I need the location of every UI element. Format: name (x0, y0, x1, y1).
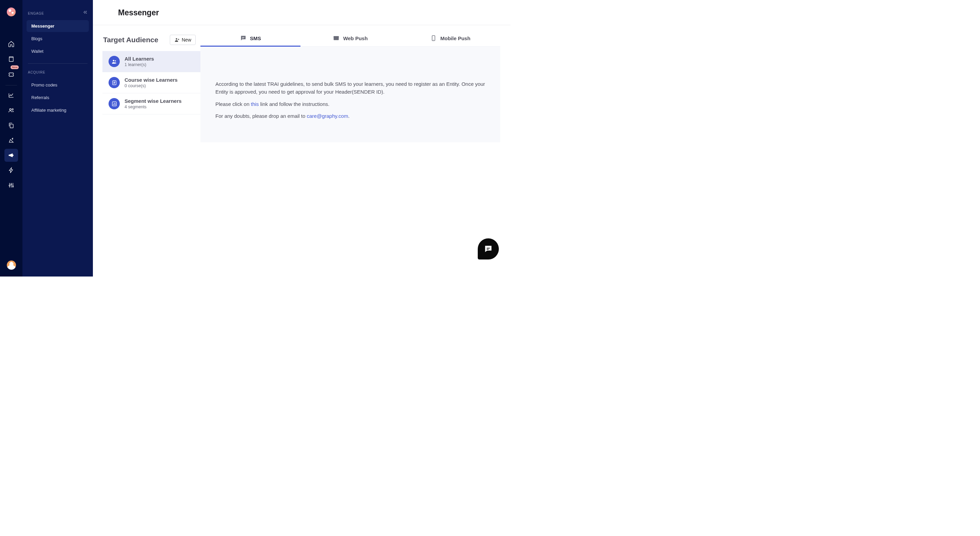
design-icon (8, 137, 14, 144)
new-button-label: New (182, 37, 191, 43)
brand-avatar[interactable] (7, 8, 16, 16)
nav-analytics[interactable] (5, 89, 18, 102)
sms-info-p1: According to the latest TRAI guidelines,… (215, 80, 485, 96)
tab-mobile-push[interactable]: Mobile Push (400, 35, 500, 46)
care-email-link[interactable]: care@graphy.com (307, 113, 348, 119)
svg-point-10 (115, 60, 116, 61)
chat-icon (484, 244, 493, 254)
subnav-item-blogs[interactable]: Blogs (27, 33, 89, 45)
svg-point-5 (9, 185, 10, 186)
svg-point-2 (12, 108, 13, 110)
nav-design[interactable] (5, 134, 18, 147)
nav-people[interactable] (5, 104, 18, 117)
audience-title: Target Audience (103, 36, 158, 44)
sms-tab-body: According to the latest TRAI guidelines,… (200, 47, 500, 142)
copy-icon (8, 122, 14, 129)
book-icon (8, 56, 14, 62)
mobile-icon (430, 35, 437, 41)
svg-rect-3 (10, 124, 13, 128)
megaphone-icon (8, 152, 14, 159)
tab-label: Mobile Push (440, 35, 470, 41)
course-list-icon (108, 77, 120, 88)
home-icon (8, 40, 14, 47)
trai-instructions-link[interactable]: this (251, 101, 259, 107)
subnav-item-referrals[interactable]: Referrals (27, 92, 89, 104)
subnav-item-affiliate[interactable]: Affiliate marketing (27, 104, 89, 116)
audience-item-all-learners[interactable]: All Learners 1 learner(s) (102, 51, 200, 72)
nav-automation[interactable] (5, 164, 18, 177)
tab-label: SMS (250, 35, 261, 41)
subnav-item-wallet[interactable]: Wallet (27, 45, 89, 57)
svg-point-1 (10, 108, 11, 110)
web-push-icon (333, 35, 340, 41)
audience-item-segment-wise[interactable]: Segment wise Learners 4 segments (102, 93, 200, 115)
group-icon (108, 56, 120, 67)
nav-pages[interactable] (5, 119, 18, 132)
audience-item-course-wise[interactable]: Course wise Learners 0 course(s) (102, 72, 200, 93)
audience-item-title: Course wise Learners (124, 77, 178, 83)
rail-separator (5, 85, 17, 86)
nav-marketing[interactable] (5, 149, 18, 162)
nav-tickets[interactable]: New (5, 68, 18, 81)
bar-chart-icon (108, 98, 120, 109)
chevrons-left-icon (83, 10, 88, 15)
main-area: Messenger Target Audience New Al (93, 0, 511, 276)
icon-rail: New (0, 0, 22, 276)
people-icon (8, 107, 14, 114)
subnav-separator (28, 63, 88, 64)
subnav-section-acquire: ACQUIRE (28, 70, 89, 74)
channel-tabs-column: SMS Web Push Mobile Push According to th… (200, 35, 511, 142)
tab-sms[interactable]: SMS (200, 35, 301, 46)
person-add-icon (174, 37, 180, 43)
collapse-button[interactable] (83, 10, 88, 15)
audience-item-subtitle: 4 segments (124, 105, 182, 109)
new-audience-button[interactable]: New (170, 35, 196, 45)
new-badge: New (11, 65, 19, 69)
ticket-icon (8, 71, 14, 78)
svg-point-9 (113, 60, 115, 61)
svg-point-8 (176, 38, 177, 40)
svg-point-4 (12, 138, 13, 139)
sliders-icon (8, 182, 14, 189)
tab-label: Web Push (343, 35, 368, 41)
page-header: Messenger (93, 0, 511, 25)
subnav-section-engage: ENGAGE (28, 11, 89, 15)
audience-item-subtitle: 0 course(s) (124, 83, 178, 88)
bolt-icon (8, 167, 14, 174)
nav-settings[interactable] (5, 179, 18, 192)
svg-point-7 (12, 186, 13, 187)
audience-column: Target Audience New All Learners 1 learn… (102, 35, 200, 142)
tab-web-push[interactable]: Web Push (301, 35, 401, 46)
subnav-item-messenger[interactable]: Messenger (27, 20, 89, 32)
audience-item-subtitle: 1 learner(s) (124, 62, 154, 67)
channel-tabs: SMS Web Push Mobile Push (200, 35, 500, 47)
svg-rect-14 (334, 36, 339, 37)
chart-line-icon (8, 92, 14, 99)
audience-item-title: All Learners (124, 56, 154, 62)
sms-info-p3: For any doubts, please drop an email to … (215, 112, 485, 120)
nav-library[interactable] (5, 53, 18, 65)
page-title: Messenger (118, 8, 511, 18)
svg-point-16 (433, 40, 434, 40)
sms-info-p2: Please click on this link and follow the… (215, 100, 485, 108)
nav-home[interactable] (5, 37, 18, 50)
svg-point-6 (11, 184, 11, 185)
sms-icon (240, 35, 247, 41)
chat-fab[interactable] (478, 238, 499, 260)
user-avatar[interactable] (7, 260, 16, 270)
subnav-item-promo-codes[interactable]: Promo codes (27, 79, 89, 91)
subnav-panel: ENGAGE Messenger Blogs Wallet ACQUIRE Pr… (22, 0, 93, 276)
audience-item-title: Segment wise Learners (124, 98, 182, 104)
